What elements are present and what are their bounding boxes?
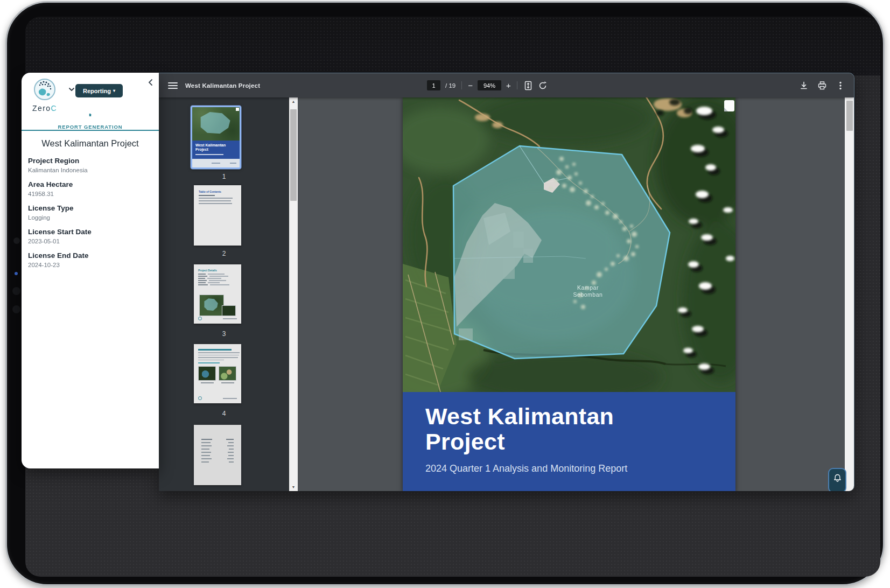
field-label: License Start Date [28,228,151,236]
svg-text:Sebomban: Sebomban [573,291,603,298]
thumbnail-project-polygon [197,110,234,138]
app-sidebar: ZeroC Reporting ▾ REPORT GENERATION West… [22,73,159,468]
pdf-action-controls [799,73,845,97]
thumbnail-details-heading: Project Details [198,269,241,272]
pdf-page-controls: 1 / 19 − 94% + [427,73,548,97]
thumbnail-scrollbar[interactable]: ▲ ▼ [289,97,298,491]
thumbnail-link-bar [198,362,220,363]
thumbnail-label-2: 2 [159,250,289,257]
download-icon[interactable] [799,81,809,90]
chevron-down-icon: ▾ [113,88,115,93]
thumbnail-map-image [199,295,224,316]
thumbnail-cover-subtitle-bar [195,154,223,155]
report-document-icon [87,114,93,116]
bezel-button-1 [12,287,20,295]
cover-title: West Kalimantan Project [425,404,735,455]
bezel-button-2 [12,305,20,313]
zoom-level-input[interactable]: 94% [478,80,501,90]
page-number-input[interactable]: 1 [427,80,440,90]
field-label: Area Hectare [28,180,151,188]
thumbnail-panel: West Kalimantan Project 1 Table of Conte… [159,97,289,491]
thumbnail-label-1: 1 [159,173,289,180]
thumbnail-footer-logo [198,317,202,320]
rotate-icon[interactable] [538,81,548,90]
field-label: License Type [28,204,151,212]
reporting-menu-button[interactable]: Reporting ▾ [75,84,123,97]
brand-name: ZeroC [32,104,57,113]
thumbnail-page-3[interactable]: Project Details [194,264,241,324]
field-value: Kalimantan Indonesia [28,167,151,173]
field-value: 2023-05-01 [28,238,151,244]
scroll-up-icon[interactable]: ▲ [289,100,298,103]
thumbnail-cover-footer [192,159,240,167]
thumbnail-page-4[interactable] [194,344,241,403]
zoom-out-button[interactable]: − [468,81,473,89]
pdf-viewer-window: West Kalimantan Project 1 / 19 − 94% + [159,73,854,491]
field-value: 41958.31 [28,191,151,197]
reporting-menu-label: Reporting [83,88,111,94]
sidebar-collapse-icon[interactable] [147,78,155,89]
bell-icon [833,474,842,482]
print-icon[interactable] [817,81,827,90]
thumbnail-page-2[interactable]: Table of Contents [194,185,241,246]
thumbnail-page-1[interactable]: West Kalimantan Project [191,106,241,169]
field-value: Logging [28,214,151,221]
svg-text:Kampar: Kampar [577,284,599,291]
org-switcher-caret-icon[interactable] [68,86,75,95]
thumbnail-page-curl-icon [236,108,239,111]
thumbnail-footer-logo [198,396,202,400]
thumbnail-label-4: 4 [159,410,289,417]
document-scrollbar[interactable] [845,97,854,491]
brand-logo: ZeroC [32,78,57,113]
pdf-document-title: West Kalimantan Project [185,82,260,89]
field-license-type: License Type Logging [28,204,151,221]
thumbnail-cover-title: West Kalimantan Project [195,143,231,152]
field-license-start-date: License Start Date 2023-05-01 [28,228,151,244]
sidebar-tabbar: REPORT GENERATION [22,113,159,131]
pdf-toolbar: West Kalimantan Project 1 / 19 − 94% + [159,73,854,97]
thumbnail-section-heading-bar [198,349,232,351]
brand-name-accent: C [51,104,57,113]
fit-to-page-icon[interactable] [523,81,533,90]
thumbnail-footer-text-bar [223,398,237,399]
page-curl-icon[interactable] [724,100,734,111]
thumbnail-map-inset [222,305,236,316]
tab-report-generation[interactable]: REPORT GENERATION [58,124,122,130]
more-options-icon[interactable] [836,81,845,90]
field-label: Project Region [28,157,151,165]
thumbnail-label-3: 3 [159,330,289,338]
cover-satellite-map: Kampar Sebomban [403,97,735,392]
field-value: 2024-10-23 [28,262,151,268]
page-count-label: / 19 [445,82,455,89]
bezel-indicator-dot [15,272,18,275]
field-area-hectare: Area Hectare 41958.31 [28,180,151,197]
cover-subtitle: 2024 Quarter 1 Analysis and Monitoring R… [425,463,735,474]
map-place-label: Kampar Sebomban [573,284,603,298]
sidebar-toggle-icon[interactable] [168,82,178,89]
project-title: West Kalimantan Project [22,138,159,149]
thumbnail-toc-heading: Table of Contents [199,190,241,193]
thumbnail-cover-map [192,107,240,141]
globe-logo-icon [33,78,56,101]
bezel-dot [13,237,20,244]
toolbar-divider [461,81,462,89]
pdf-page-1: Kampar Sebomban West Kalimantan Project … [403,97,735,491]
notifications-button[interactable] [828,468,846,491]
toolbar-divider [517,81,517,89]
project-fields: Project Region Kalimantan Indonesia Area… [28,157,151,275]
field-label: License End Date [28,251,151,260]
thumbnail-footer-text-bar [223,318,237,319]
brand-name-primary: Zero [32,104,51,113]
scroll-down-icon[interactable]: ▼ [289,485,298,489]
scrollbar-thumb[interactable] [846,101,853,131]
thumbnail-map-pair [198,366,241,381]
cover-title-block: West Kalimantan Project 2024 Quarter 1 A… [403,392,735,491]
scrollbar-thumb[interactable] [290,109,297,201]
zoom-in-button[interactable]: + [506,81,511,89]
field-project-region: Project Region Kalimantan Indonesia [28,157,151,173]
thumbnail-page-5[interactable] [194,425,241,485]
thumbnail-cover-band: West Kalimantan Project [192,141,240,159]
screenshot-stage: ZeroC Reporting ▾ REPORT GENERATION West… [0,0,890,588]
field-license-end-date: License End Date 2024-10-23 [28,251,151,268]
